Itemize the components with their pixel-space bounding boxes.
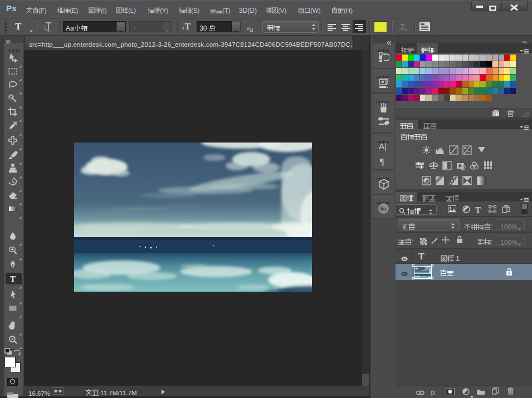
svg-text:ku: ku: [380, 206, 386, 212]
svg-text:T: T: [10, 274, 16, 283]
